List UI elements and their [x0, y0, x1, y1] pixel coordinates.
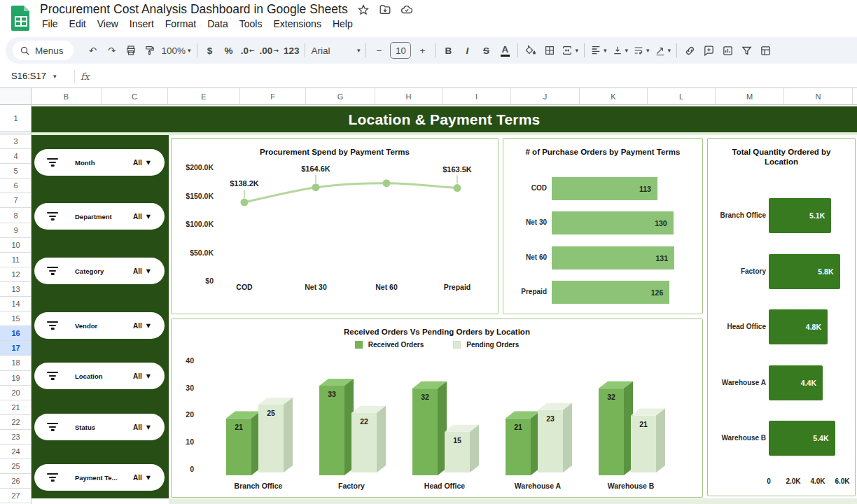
- text-color-button[interactable]: A: [496, 41, 514, 60]
- filter-pill-payment-te-[interactable]: Payment Te...All▼: [34, 464, 165, 491]
- chart-panel-qty-by-location[interactable]: Total Quantity Ordered by LocationBranch…: [707, 138, 856, 496]
- move-to-folder-icon[interactable]: [379, 4, 391, 16]
- row-header-1[interactable]: 1: [0, 105, 32, 132]
- cloud-saved-icon[interactable]: [400, 4, 413, 16]
- filter-value-dropdown[interactable]: All▼: [133, 159, 151, 167]
- menu-insert[interactable]: Insert: [124, 17, 160, 31]
- font-family-select[interactable]: Arial▾: [309, 41, 362, 60]
- undo-button[interactable]: ↶: [84, 41, 102, 60]
- row-header-18[interactable]: 18: [0, 356, 32, 370]
- insert-chart-button[interactable]: [718, 41, 737, 60]
- document-title[interactable]: Procurement Cost Analysis Dashboard in G…: [40, 2, 348, 17]
- filter-value-dropdown[interactable]: All▼: [133, 267, 151, 275]
- column-header-C[interactable]: C: [102, 88, 168, 105]
- row-header-8[interactable]: 8: [0, 208, 32, 223]
- filter-pill-status[interactable]: StatusAll▼: [34, 414, 165, 440]
- text-wrap-button[interactable]: ▾: [631, 41, 652, 60]
- row-header-22[interactable]: 22: [0, 415, 32, 430]
- strikethrough-button[interactable]: S: [477, 41, 495, 60]
- select-all-corner[interactable]: [0, 88, 32, 105]
- filter-value-dropdown[interactable]: All▼: [133, 322, 151, 330]
- menu-help[interactable]: Help: [327, 17, 358, 31]
- table-button[interactable]: [756, 41, 774, 60]
- row-header-13[interactable]: 13: [0, 282, 32, 297]
- filter-value-dropdown[interactable]: All▼: [133, 474, 151, 482]
- create-filter-button[interactable]: [737, 41, 755, 60]
- paint-format-button[interactable]: [141, 41, 159, 60]
- row-header-9[interactable]: 9: [0, 223, 32, 238]
- insert-comment-button[interactable]: [699, 41, 718, 60]
- chart-panel-received-vs-pending[interactable]: Received Orders Vs Pending Orders by Loc…: [171, 318, 703, 498]
- column-header-N[interactable]: N: [784, 88, 853, 105]
- italic-button[interactable]: I: [458, 41, 476, 60]
- borders-button[interactable]: [541, 41, 559, 60]
- filter-pill-category[interactable]: CategoryAll▼: [34, 258, 165, 284]
- column-header-G[interactable]: G: [306, 88, 375, 105]
- row-header-24[interactable]: 24: [0, 444, 32, 459]
- row-header-19[interactable]: 19: [0, 371, 32, 386]
- column-header-M[interactable]: M: [716, 88, 784, 105]
- font-size-input[interactable]: 10: [390, 42, 411, 59]
- column-header-H[interactable]: H: [375, 88, 443, 105]
- star-icon[interactable]: [357, 4, 370, 16]
- chart-panel-po-by-payment-terms[interactable]: # of Purchase Orders by Payment TermsCOD…: [503, 138, 703, 314]
- format-percent-button[interactable]: %: [220, 41, 238, 60]
- column-header-E[interactable]: E: [168, 88, 240, 105]
- row-header-11[interactable]: 11: [0, 253, 32, 267]
- filter-pill-department[interactable]: DepartmentAll▼: [34, 203, 165, 230]
- row-header-12[interactable]: 12: [0, 267, 32, 282]
- decrease-font-size-button[interactable]: −: [370, 41, 388, 60]
- column-header-B[interactable]: B: [32, 88, 102, 105]
- row-header-5[interactable]: 5: [0, 164, 32, 178]
- filter-value-dropdown[interactable]: All▼: [133, 372, 151, 380]
- vertical-align-button[interactable]: ▾: [610, 41, 631, 60]
- bold-button[interactable]: B: [439, 41, 457, 60]
- row-header-27[interactable]: 27: [0, 489, 32, 503]
- more-formats-button[interactable]: 123: [281, 41, 302, 60]
- row-header-17[interactable]: 17: [0, 341, 32, 356]
- row-header-4[interactable]: 4: [0, 149, 32, 164]
- row-header-25[interactable]: 25: [0, 459, 32, 474]
- format-currency-button[interactable]: $: [201, 41, 219, 60]
- filter-pill-vendor[interactable]: VendorAll▼: [34, 312, 165, 339]
- menu-file[interactable]: File: [36, 17, 64, 31]
- google-sheets-logo-icon[interactable]: [10, 4, 32, 32]
- redo-button[interactable]: ↷: [103, 41, 121, 60]
- chart-panel-spend-by-payment-terms[interactable]: Procurement Spend by Payment Terms$200.0…: [171, 138, 499, 314]
- row-header-21[interactable]: 21: [0, 400, 32, 415]
- column-header-I[interactable]: I: [443, 88, 511, 105]
- menu-data[interactable]: Data: [202, 17, 234, 31]
- row-header-3[interactable]: 3: [0, 134, 32, 149]
- decrease-decimal-button[interactable]: .0←: [239, 41, 257, 60]
- column-header-K[interactable]: K: [580, 88, 648, 105]
- column-header-J[interactable]: J: [511, 88, 580, 105]
- menu-extensions[interactable]: Extensions: [267, 17, 326, 31]
- row-header-14[interactable]: 14: [0, 297, 32, 312]
- row-header-16[interactable]: 16: [0, 326, 32, 341]
- fill-color-button[interactable]: [522, 41, 540, 60]
- insert-link-button[interactable]: [681, 41, 699, 60]
- filter-pill-location[interactable]: LocationAll▼: [34, 363, 165, 389]
- row-header-26[interactable]: 26: [0, 474, 32, 489]
- row-header-6[interactable]: 6: [0, 178, 32, 193]
- merge-cells-button[interactable]: ▾: [559, 41, 580, 60]
- filter-value-dropdown[interactable]: All▼: [133, 213, 151, 220]
- text-rotation-button[interactable]: ▾: [653, 41, 674, 60]
- menu-tools[interactable]: Tools: [234, 17, 268, 31]
- print-button[interactable]: [122, 41, 140, 60]
- row-header-7[interactable]: 7: [0, 193, 32, 208]
- menu-format[interactable]: Format: [160, 17, 202, 31]
- increase-decimal-button[interactable]: .00→: [258, 41, 281, 60]
- name-box[interactable]: S16:S17▾: [0, 71, 69, 81]
- row-header-20[interactable]: 20: [0, 386, 32, 400]
- menus-search-button[interactable]: Menus: [13, 41, 74, 60]
- row-header-15[interactable]: 15: [0, 312, 32, 326]
- menu-view[interactable]: View: [92, 17, 124, 31]
- horizontal-align-button[interactable]: ▾: [588, 41, 609, 60]
- row-header-10[interactable]: 10: [0, 238, 32, 253]
- column-header-F[interactable]: F: [240, 88, 306, 105]
- row-header-23[interactable]: 23: [0, 430, 32, 444]
- column-header-L[interactable]: L: [648, 88, 716, 105]
- filter-value-dropdown[interactable]: All▼: [133, 424, 151, 431]
- menu-edit[interactable]: Edit: [64, 17, 92, 31]
